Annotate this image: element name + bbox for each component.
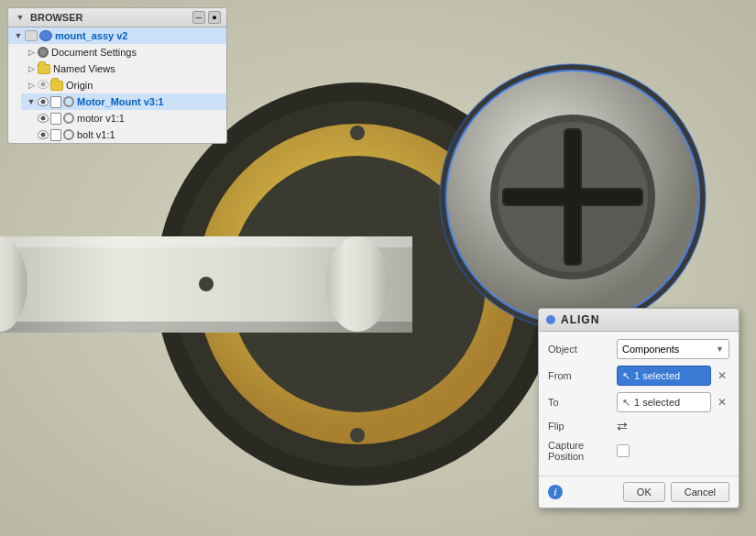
align-dialog-title: ALIGN	[561, 313, 599, 326]
tree-item-motor-mount[interactable]: ▼ Motor_Mount v3:1	[21, 93, 226, 110]
align-dialog-footer: i OK Cancel	[539, 476, 739, 508]
to-label: To	[548, 397, 617, 408]
file-icon	[25, 30, 38, 41]
origin-toggle[interactable]: ▷	[25, 79, 38, 92]
from-selected-button[interactable]: ↖ 1 selected	[617, 366, 711, 386]
info-button[interactable]: i	[548, 485, 563, 499]
svg-rect-15	[565, 130, 580, 264]
object-dropdown[interactable]: Components ▼	[617, 339, 729, 359]
to-selected-button[interactable]: ↖ 1 selected	[617, 392, 711, 412]
svg-rect-13	[564, 128, 582, 266]
svg-rect-5	[0, 236, 412, 333]
svg-rect-6	[0, 236, 412, 247]
doc-settings-label: Document Settings	[51, 47, 137, 58]
object-row: Object Components ▼	[548, 339, 729, 359]
origin-folder-icon	[50, 81, 63, 91]
capture-position-checkbox[interactable]	[617, 444, 630, 457]
to-control: ↖ 1 selected ✕	[617, 392, 729, 412]
svg-point-10	[446, 71, 699, 323]
capture-position-control	[617, 444, 729, 457]
to-cursor-icon: ↖	[622, 397, 630, 409]
svg-point-17	[446, 71, 699, 323]
motor-label: motor v1:1	[77, 113, 125, 124]
browser-title: BROWSER	[30, 12, 82, 23]
origin-label: Origin	[66, 80, 93, 91]
eye-motor-icon	[38, 114, 49, 123]
motor-mount-label: Motor_Mount v3:1	[77, 96, 164, 107]
capture-position-row: Capture Position	[548, 440, 729, 462]
from-label: From	[548, 370, 617, 381]
folder-icon	[38, 64, 50, 74]
doc-bolt-icon	[50, 129, 61, 141]
svg-rect-14	[502, 188, 643, 206]
to-row: To ↖ 1 selected ✕	[548, 392, 729, 412]
align-header-icon	[546, 315, 555, 324]
tree-root-item[interactable]: ▼ mount_assy v2	[8, 27, 226, 44]
svg-point-21	[350, 428, 365, 443]
eye-motor-mount-icon	[38, 97, 49, 106]
browser-panel: ▼ BROWSER ─ ● ▼ mount_assy v2 ▷ Document…	[7, 7, 227, 144]
svg-rect-7	[0, 322, 412, 333]
svg-point-4	[229, 156, 486, 412]
tree-item-named-views[interactable]: ▷ Named Views	[21, 60, 226, 77]
link-motor-mount-icon	[63, 96, 74, 107]
bolt-toggle[interactable]	[25, 128, 38, 141]
align-dialog: ALIGN Object Components ▼ From ↖ 1 selec…	[538, 308, 740, 509]
motor-mount-toggle[interactable]: ▼	[25, 95, 38, 108]
svg-point-20	[350, 126, 365, 140]
svg-point-22	[199, 277, 214, 291]
footer-buttons: OK Cancel	[623, 482, 729, 502]
cursor-icon: ↖	[622, 370, 630, 382]
cancel-button[interactable]: Cancel	[671, 482, 729, 502]
doc-toggle[interactable]: ▷	[25, 46, 38, 59]
svg-point-9	[440, 64, 706, 330]
align-dialog-header: ALIGN	[539, 309, 739, 332]
from-clear-button[interactable]: ✕	[715, 368, 729, 383]
from-selected-text: 1 selected	[634, 370, 680, 381]
named-views-label: Named Views	[53, 63, 115, 74]
browser-close-btn[interactable]: ●	[208, 11, 221, 24]
svg-point-19	[325, 236, 389, 332]
capture-position-label: Capture Position	[548, 440, 617, 462]
bolt-label: bolt v1:1	[77, 129, 115, 140]
tree-item-origin[interactable]: ▷ Origin	[21, 77, 226, 93]
tree-item-motor[interactable]: motor v1:1	[21, 110, 226, 126]
motor-toggle[interactable]	[25, 112, 38, 125]
flip-label: Flip	[548, 421, 617, 432]
active-icon	[39, 30, 52, 41]
ok-button[interactable]: OK	[623, 482, 665, 502]
root-label: mount_assy v2	[55, 30, 127, 41]
link-bolt-icon	[63, 129, 74, 140]
flip-control: ⇄	[617, 419, 729, 433]
doc-motor-mount-icon	[50, 96, 61, 108]
root-expand[interactable]: ▼	[12, 29, 25, 42]
root-toggle[interactable]: ▼	[14, 11, 27, 24]
to-clear-button[interactable]: ✕	[715, 395, 729, 410]
link-motor-icon	[63, 113, 74, 124]
object-dropdown-value: Components	[622, 344, 679, 355]
tree-item-doc-settings[interactable]: ▷ Document Settings	[21, 44, 226, 60]
browser-minimize-btn[interactable]: ─	[192, 11, 205, 24]
eye-bolt-icon	[38, 130, 49, 139]
svg-point-2	[174, 101, 541, 467]
svg-rect-16	[504, 190, 641, 204]
align-dialog-body: Object Components ▼ From ↖ 1 selected ✕ …	[539, 332, 739, 476]
flip-icon[interactable]: ⇄	[617, 419, 628, 433]
browser-header: ▼ BROWSER ─ ●	[8, 8, 226, 27]
dropdown-arrow-icon: ▼	[716, 345, 724, 354]
views-toggle[interactable]: ▷	[25, 62, 38, 75]
svg-point-11	[490, 115, 655, 279]
tree-item-bolt[interactable]: bolt v1:1	[21, 126, 226, 143]
gear-icon	[38, 47, 49, 58]
object-label: Object	[548, 344, 617, 355]
svg-point-3	[197, 124, 518, 444]
object-control: Components ▼	[617, 339, 729, 359]
svg-point-18	[440, 64, 706, 330]
to-selected-text: 1 selected	[634, 397, 680, 408]
eye-icon	[38, 80, 49, 91]
from-control: ↖ 1 selected ✕	[617, 366, 729, 386]
svg-point-8	[0, 236, 27, 332]
flip-row: Flip ⇄	[548, 419, 729, 433]
svg-point-12	[498, 122, 648, 272]
from-row: From ↖ 1 selected ✕	[548, 366, 729, 386]
